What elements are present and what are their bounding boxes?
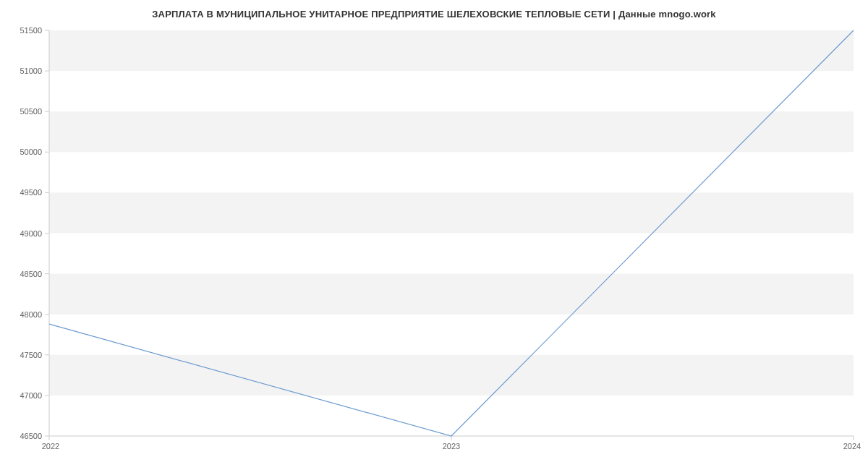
svg-text:2023: 2023	[443, 442, 460, 450]
svg-text:2024: 2024	[843, 442, 861, 450]
svg-rect-2	[49, 192, 854, 233]
svg-text:51000: 51000	[20, 67, 42, 75]
svg-text:48000: 48000	[20, 310, 42, 319]
svg-rect-3	[49, 111, 854, 152]
svg-rect-1	[49, 274, 854, 315]
svg-text:47000: 47000	[20, 391, 42, 400]
svg-text:50000: 50000	[20, 148, 42, 156]
svg-text:49000: 49000	[20, 229, 42, 238]
svg-rect-0	[49, 355, 854, 396]
line-chart: 4650047000475004800048500490004950050000…	[0, 0, 868, 470]
svg-text:48500: 48500	[20, 270, 42, 278]
svg-text:50500: 50500	[20, 107, 42, 116]
svg-rect-4	[49, 30, 854, 71]
svg-text:46500: 46500	[20, 432, 42, 440]
svg-text:2022: 2022	[42, 442, 59, 450]
svg-text:51500: 51500	[20, 26, 42, 35]
svg-text:47500: 47500	[20, 351, 42, 359]
svg-text:49500: 49500	[20, 188, 42, 197]
